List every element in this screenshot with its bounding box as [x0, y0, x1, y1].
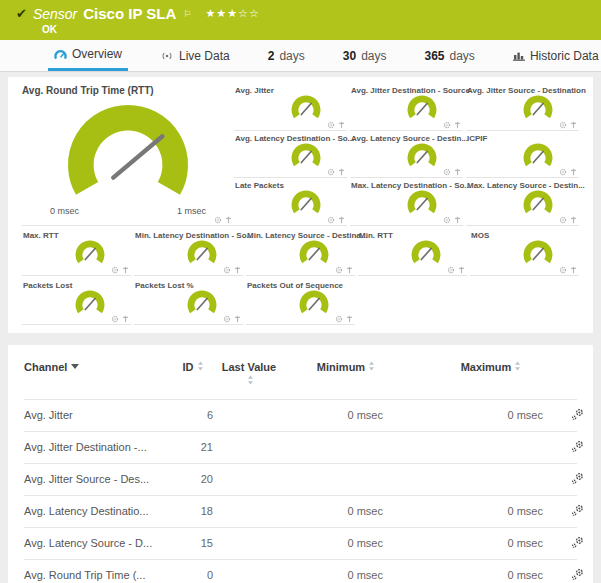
- gauge-title: Avg. Round Trip Time (RTT): [22, 83, 234, 96]
- channel-settings-gears-icon[interactable]: [571, 536, 584, 551]
- column-header-channel[interactable]: Channel: [24, 357, 169, 399]
- gauge-card[interactable]: MOS: [470, 228, 579, 276]
- channel-last-value: [217, 399, 281, 431]
- small-gauges-grid: Avg. Jitter Avg. Jitter Destination - So…: [234, 83, 579, 226]
- column-header-last-value[interactable]: Last Value: [217, 357, 281, 399]
- gauge-pin-icon[interactable]: [338, 121, 345, 129]
- column-header-id[interactable]: ID: [169, 357, 217, 399]
- gauge-card[interactable]: Avg. Jitter Destination - Source: [350, 83, 463, 131]
- table-row: Avg. Jitter Destination -... 21: [24, 431, 577, 463]
- gauge-settings-gear-icon[interactable]: [223, 315, 231, 323]
- gauge-title: ICPIF: [467, 134, 487, 143]
- gauge-pin-icon[interactable]: [346, 315, 353, 323]
- channel-settings-gears-icon[interactable]: [571, 568, 584, 583]
- table-row: Avg. Latency Destinatio... 18 0 msec 0 m…: [24, 495, 577, 527]
- tab-historic-data[interactable]: Historic Data: [507, 40, 601, 71]
- gauge-title: Avg. Jitter Destination - Source: [351, 86, 470, 95]
- channel-id: 6: [169, 399, 217, 431]
- gauge-dial: [185, 237, 219, 271]
- channel-id: 20: [169, 463, 217, 495]
- column-header-minimum[interactable]: Minimum: [281, 357, 411, 399]
- column-header-maximum[interactable]: Maximum: [411, 357, 571, 399]
- priority-flag-icon[interactable]: ⚐: [183, 9, 191, 19]
- gauge-card[interactable]: Min. RTT: [358, 228, 467, 276]
- gauge-card[interactable]: Avg. Jitter: [234, 83, 347, 131]
- gauge-settings-gear-icon[interactable]: [223, 266, 231, 274]
- channel-last-value: [217, 495, 281, 527]
- gauge-pin-icon[interactable]: [570, 266, 577, 274]
- channel-name: Avg. Jitter Source - Des...: [24, 463, 169, 495]
- gauge-settings-gear-icon[interactable]: [559, 168, 567, 176]
- table-row: Avg. Jitter Source - Des... 20: [24, 463, 577, 495]
- gauge-settings-gear-icon[interactable]: [327, 216, 335, 224]
- gauge-pin-icon[interactable]: [234, 266, 241, 274]
- gauge-settings-gear-icon[interactable]: [327, 121, 335, 129]
- gauge-settings-gear-icon[interactable]: [443, 168, 451, 176]
- gauge-settings-gear-icon[interactable]: [111, 315, 119, 323]
- channel-name: Avg. Round Trip Time (...: [24, 559, 169, 583]
- channels-table: Channel ID Last Value Minimum Maximum: [24, 357, 577, 583]
- channel-minimum: 0 msec: [281, 399, 411, 431]
- sort-arrows-icon: [247, 375, 254, 389]
- gauge-pin-icon[interactable]: [346, 266, 353, 274]
- tab-365-days[interactable]: 365 days: [418, 40, 480, 71]
- tab-30-days[interactable]: 30 days: [337, 40, 393, 71]
- gauge-card[interactable]: Packets Lost: [22, 278, 131, 326]
- gauge-pin-icon[interactable]: [458, 266, 465, 274]
- gauge-title: Late Packets: [235, 181, 284, 190]
- gauge-settings-gear-icon[interactable]: [559, 216, 567, 224]
- gauge-pin-icon[interactable]: [570, 121, 577, 129]
- gauge-card[interactable]: ICPIF: [466, 131, 579, 179]
- gauge-title: Max. RTT: [23, 231, 59, 240]
- gauge-title: Avg. Jitter Source - Destination: [467, 86, 586, 95]
- gauge-title: Packets Lost: [23, 281, 72, 290]
- gauge-card[interactable]: Late Packets: [234, 178, 347, 226]
- gauge-pin-icon[interactable]: [122, 266, 129, 274]
- gauge-card-avg-rtt[interactable]: Avg. Round Trip Time (RTT) 0 msec 1 msec: [22, 83, 234, 226]
- gauge-card[interactable]: Packets Out of Sequence: [246, 278, 355, 326]
- gauge-pin-icon[interactable]: [570, 216, 577, 224]
- gauge-card[interactable]: Max. RTT: [22, 228, 131, 276]
- tab-2-days[interactable]: 2 days: [262, 40, 311, 71]
- live-broadcast-icon: [160, 51, 174, 61]
- gauge-pin-icon[interactable]: [225, 216, 232, 224]
- gauge-card[interactable]: Max. Latency Source - Destin...: [466, 178, 579, 226]
- sensor-name[interactable]: Cisco IP SLA: [83, 5, 176, 22]
- gauge-card[interactable]: Packets Lost %: [134, 278, 243, 326]
- gauge-card[interactable]: Min. Latency Source - Destina...: [246, 228, 355, 276]
- gauge-pin-icon[interactable]: [338, 216, 345, 224]
- gauge-settings-gear-icon[interactable]: [443, 121, 451, 129]
- gauge-pin-icon[interactable]: [234, 315, 241, 323]
- gauge-settings-gear-icon[interactable]: [559, 121, 567, 129]
- channel-settings-gears-icon[interactable]: [571, 472, 584, 487]
- gauge-card[interactable]: Avg. Latency Destination - So...: [234, 131, 347, 179]
- tab-overview[interactable]: Overview: [48, 40, 128, 71]
- gauge-pin-icon[interactable]: [122, 315, 129, 323]
- tab-live-data[interactable]: Live Data: [154, 40, 236, 71]
- gauge-title: MOS: [471, 231, 489, 240]
- channel-settings-gears-icon[interactable]: [571, 504, 584, 519]
- gauge-settings-gear-icon[interactable]: [111, 266, 119, 274]
- gauge-pin-icon[interactable]: [454, 121, 461, 129]
- channel-maximum: [411, 463, 571, 495]
- gauge-settings-gear-icon[interactable]: [447, 266, 455, 274]
- gauge-settings-gear-icon[interactable]: [559, 266, 567, 274]
- gauge-pin-icon[interactable]: [454, 216, 461, 224]
- gauge-settings-gear-icon[interactable]: [335, 266, 343, 274]
- gauge-card[interactable]: Avg. Jitter Source - Destination: [466, 83, 579, 131]
- priority-stars[interactable]: ★★★☆☆: [205, 7, 259, 20]
- gauge-settings-gear-icon[interactable]: [214, 216, 222, 224]
- gauge-settings-gear-icon[interactable]: [335, 315, 343, 323]
- channel-settings-gears-icon[interactable]: [571, 408, 584, 423]
- gauge-settings-gear-icon[interactable]: [443, 216, 451, 224]
- channel-minimum: [281, 431, 411, 463]
- channel-settings-gears-icon[interactable]: [571, 440, 584, 455]
- gauge-settings-gear-icon[interactable]: [327, 168, 335, 176]
- gauge-pin-icon[interactable]: [338, 168, 345, 176]
- channel-minimum: 0 msec: [281, 527, 411, 559]
- gauge-card[interactable]: Avg. Latency Source - Destin...: [350, 131, 463, 179]
- gauge-pin-icon[interactable]: [570, 168, 577, 176]
- gauge-card[interactable]: Max. Latency Destination - So...: [350, 178, 463, 226]
- gauge-pin-icon[interactable]: [454, 168, 461, 176]
- gauge-card[interactable]: Min. Latency Destination - So...: [134, 228, 243, 276]
